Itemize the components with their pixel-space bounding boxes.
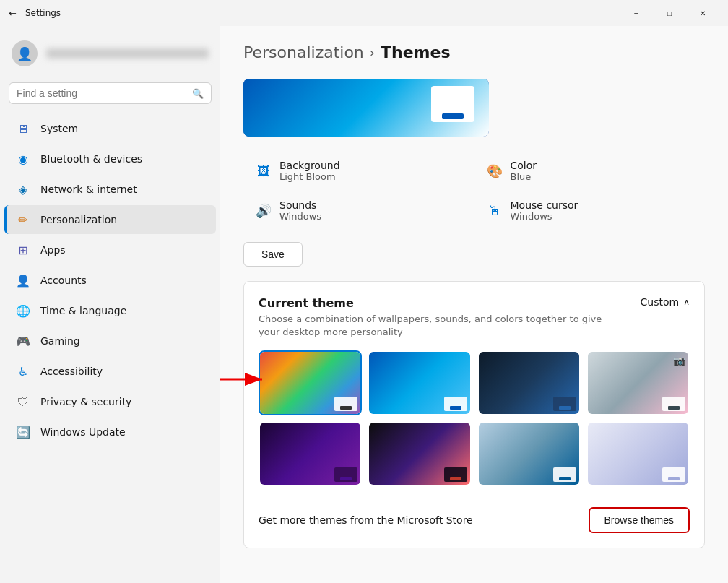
- minimize-button[interactable]: −: [620, 0, 653, 26]
- theme-thumb-nature: 📷: [588, 352, 688, 414]
- current-theme-section: Current theme Choose a combination of wa…: [243, 281, 705, 548]
- color-setting[interactable]: 🎨 Color Blue: [474, 151, 706, 191]
- theme-thumb-colorful: [260, 352, 360, 414]
- theme-thumb-landscape: [479, 423, 579, 485]
- sidebar-item-label: Accessibility: [40, 366, 103, 377]
- theme-card-dark-blue[interactable]: [477, 350, 581, 415]
- sidebar-item-gaming[interactable]: 🎮 Gaming: [4, 327, 216, 355]
- themes-grid: 📷: [259, 350, 690, 486]
- avatar: 👤: [12, 40, 38, 66]
- content-area: 👤 🔍 🖥 System ◉ Bluetooth & devices ◈ Net…: [0, 26, 728, 583]
- gaming-icon: 🎮: [16, 334, 30, 348]
- theme-card-nature[interactable]: 📷: [586, 350, 690, 415]
- theme-mini-window: [444, 467, 467, 482]
- theme-mini-bar: [668, 477, 680, 480]
- breadcrumb-separator: ›: [370, 45, 375, 60]
- theme-mini-window: [662, 397, 685, 411]
- theme-mini-window: [553, 397, 576, 411]
- close-button[interactable]: ✕: [686, 0, 719, 26]
- user-profile: 👤: [0, 32, 220, 78]
- background-value: Light Bloom: [280, 171, 340, 182]
- chevron-up-icon: ∧: [683, 297, 690, 307]
- sidebar-item-time[interactable]: 🌐 Time & language: [4, 296, 216, 325]
- save-button[interactable]: Save: [243, 242, 303, 267]
- sidebar-item-label: Apps: [40, 244, 66, 256]
- browse-themes-footer: Get more themes from the Microsoft Store…: [259, 498, 690, 533]
- theme-card-purple[interactable]: [259, 421, 362, 486]
- breadcrumb: Personalization › Themes: [243, 43, 705, 61]
- sidebar-item-label: Privacy & security: [40, 396, 131, 407]
- time-icon: 🌐: [16, 303, 30, 318]
- sidebar-item-update[interactable]: 🔄 Windows Update: [4, 418, 216, 446]
- theme-preview-bar: [442, 113, 464, 119]
- sounds-setting[interactable]: 🔊 Sounds Windows: [243, 191, 474, 230]
- theme-preview-window: [431, 86, 474, 122]
- sidebar-item-system[interactable]: 🖥 System: [4, 114, 216, 143]
- theme-thumb-white-abstract: [588, 423, 688, 485]
- theme-preview: [243, 79, 489, 137]
- update-icon: 🔄: [16, 425, 30, 439]
- theme-mini-bar: [668, 406, 680, 410]
- theme-mini-window: [662, 467, 685, 482]
- sidebar-item-privacy[interactable]: 🛡 Privacy & security: [4, 387, 216, 416]
- sidebar-item-label: Bluetooth & devices: [40, 153, 142, 165]
- theme-thumb-floral: [369, 423, 469, 485]
- search-input[interactable]: [17, 87, 186, 99]
- current-theme-dropdown[interactable]: Custom ∧: [641, 296, 690, 308]
- back-arrow-icon[interactable]: ←: [9, 8, 17, 19]
- search-box[interactable]: 🔍: [9, 82, 212, 104]
- sidebar-item-label: System: [40, 123, 78, 134]
- sounds-value: Windows: [280, 211, 321, 222]
- theme-card-colorful[interactable]: [259, 350, 362, 415]
- theme-card-blue-bloom[interactable]: [368, 350, 471, 415]
- network-icon: ◈: [16, 182, 30, 197]
- theme-thumb-purple: [260, 423, 360, 485]
- current-theme-description: Choose a combination of wallpapers, soun…: [259, 313, 605, 339]
- personalization-icon: ✏: [16, 212, 30, 227]
- sidebar-item-accessibility[interactable]: ♿ Accessibility: [4, 357, 216, 386]
- sidebar: 👤 🔍 🖥 System ◉ Bluetooth & devices ◈ Net…: [0, 26, 220, 583]
- user-name-blurred: [46, 48, 209, 59]
- sidebar-item-bluetooth[interactable]: ◉ Bluetooth & devices: [4, 144, 216, 173]
- theme-mini-bar: [559, 477, 571, 480]
- current-theme-header: Current theme Choose a combination of wa…: [259, 296, 690, 339]
- window-controls: − □ ✕: [620, 0, 719, 26]
- cursor-value: Windows: [511, 211, 578, 222]
- theme-mini-bar: [450, 477, 462, 480]
- browse-themes-button[interactable]: Browse themes: [589, 507, 690, 533]
- sidebar-item-apps[interactable]: ⊞ Apps: [4, 236, 216, 264]
- color-icon: 🎨: [486, 163, 503, 180]
- sidebar-item-network[interactable]: ◈ Network & internet: [4, 175, 216, 204]
- titlebar: ← Settings − □ ✕: [0, 0, 728, 26]
- current-theme-value-text: Custom: [641, 296, 680, 308]
- sidebar-item-accounts[interactable]: 👤 Accounts: [4, 266, 216, 295]
- sidebar-item-personalization[interactable]: ✏ Personalization: [4, 205, 216, 234]
- theme-card-white-abstract[interactable]: [586, 421, 690, 486]
- cursor-setting[interactable]: 🖱 Mouse cursor Windows: [474, 191, 706, 230]
- themes-grid-container: 📷: [259, 350, 690, 486]
- theme-mini-window: [334, 397, 358, 411]
- theme-card-landscape[interactable]: [477, 421, 581, 486]
- maximize-button[interactable]: □: [653, 0, 686, 26]
- camera-icon: 📷: [673, 355, 685, 366]
- theme-mini-bar: [559, 406, 571, 410]
- theme-mini-bar: [340, 477, 352, 480]
- cursor-label: Mouse cursor: [511, 199, 578, 211]
- cursor-icon: 🖱: [486, 202, 503, 220]
- theme-mini-bar: [450, 406, 462, 410]
- sounds-texts: Sounds Windows: [280, 199, 321, 222]
- current-theme-title: Current theme: [259, 296, 605, 310]
- background-setting[interactable]: 🖼 Background Light Bloom: [243, 151, 474, 191]
- breadcrumb-parent: Personalization: [243, 43, 364, 61]
- settings-window: ← Settings − □ ✕ 👤 🔍 🖥 System: [0, 0, 728, 583]
- theme-card-floral[interactable]: [368, 421, 471, 486]
- color-label: Color: [511, 160, 537, 171]
- bluetooth-icon: ◉: [16, 152, 30, 166]
- window-title: Settings: [25, 8, 61, 18]
- theme-thumb-blue-bloom: [369, 352, 469, 414]
- theme-mini-window: [444, 397, 467, 411]
- theme-thumb-dark-blue: [479, 352, 579, 414]
- search-icon: 🔍: [192, 88, 204, 99]
- privacy-icon: 🛡: [16, 394, 30, 409]
- sounds-label: Sounds: [280, 199, 321, 211]
